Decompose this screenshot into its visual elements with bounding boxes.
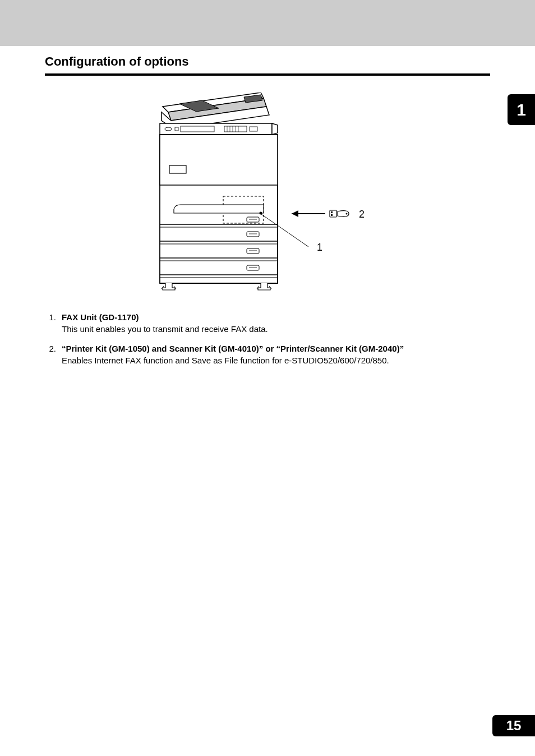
list-number: 1. [45, 311, 62, 335]
svg-rect-20 [247, 232, 259, 237]
svg-rect-24 [247, 248, 259, 253]
diagram-callout-1: 1 [317, 242, 322, 253]
item-title: FAX Unit (GD-1170) [62, 312, 139, 322]
diagram-callout-2: 2 [359, 209, 365, 220]
item-description: This unit enables you to transmit and re… [62, 324, 268, 334]
svg-rect-3 [181, 126, 214, 132]
list-body: FAX Unit (GD-1170) This unit enables you… [62, 311, 490, 335]
list-body: “Printer Kit (GM-1050) and Scanner Kit (… [62, 343, 490, 366]
svg-rect-35 [330, 210, 336, 217]
svg-rect-13 [169, 165, 186, 173]
header-bar [0, 0, 535, 46]
svg-rect-2 [175, 127, 178, 131]
svg-rect-10 [250, 127, 257, 131]
list-item: 1. FAX Unit (GD-1170) This unit enables … [45, 311, 490, 335]
svg-rect-12 [160, 135, 278, 185]
svg-point-15 [260, 212, 262, 215]
svg-rect-37 [331, 214, 333, 216]
chapter-tab: 1 [508, 94, 535, 125]
svg-point-38 [346, 213, 348, 215]
section-title: Configuration of options [45, 54, 490, 76]
svg-rect-28 [247, 265, 259, 270]
page-number: 15 [492, 715, 535, 736]
svg-rect-36 [331, 211, 333, 213]
item-title: “Printer Kit (GM-1050) and Scanner Kit (… [62, 344, 404, 353]
svg-rect-16 [247, 217, 259, 222]
svg-point-1 [165, 127, 172, 131]
copier-illustration [151, 93, 365, 294]
item-description: Enables Internet FAX function and Save a… [62, 356, 389, 365]
copier-diagram: 1 2 [45, 93, 490, 300]
list-item: 2. “Printer Kit (GM-1050) and Scanner Ki… [45, 343, 490, 366]
options-list: 1. FAX Unit (GD-1170) This unit enables … [45, 311, 490, 366]
svg-marker-34 [292, 210, 298, 217]
page-content: Configuration of options [0, 46, 535, 366]
list-number: 2. [45, 343, 62, 366]
